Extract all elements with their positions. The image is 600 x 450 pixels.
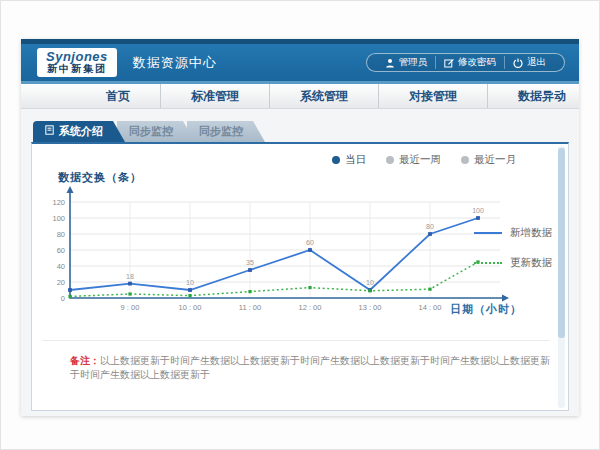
radio-icon: [461, 156, 469, 164]
nav-item-system-mgmt[interactable]: 系统管理: [269, 84, 378, 108]
tab-label: 同步监控: [199, 121, 243, 142]
svg-text:60: 60: [306, 239, 314, 246]
user-menu: 管理员 修改密码 退出: [366, 53, 566, 72]
legend-label: 新增数据: [510, 226, 552, 240]
svg-text:35: 35: [246, 259, 254, 266]
app-header: Synjones 新中新集团 数据资源中心 管理员 修改密码 退出: [21, 44, 579, 81]
logout-button[interactable]: 退出: [504, 56, 554, 69]
tab-label: 同步监控: [129, 121, 173, 142]
svg-text:12 : 00: 12 : 00: [299, 303, 322, 312]
tab-bar: 系统介绍 同步监控 同步监控: [33, 121, 569, 142]
x-axis-title: 日期（小时）: [450, 302, 522, 317]
svg-text:14 : 00: 14 : 00: [419, 303, 442, 312]
svg-text:13 : 00: 13 : 00: [359, 303, 382, 312]
edit-icon: [444, 58, 454, 68]
app-window: Synjones 新中新集团 数据资源中心 管理员 修改密码 退出: [21, 39, 579, 416]
svg-text:10: 10: [366, 279, 374, 286]
user-icon: [385, 58, 395, 68]
company-logo: Synjones 新中新集团: [37, 48, 117, 77]
svg-text:80: 80: [57, 230, 65, 239]
radio-icon: [386, 156, 394, 164]
svg-text:120: 120: [52, 198, 65, 207]
range-option-last-week[interactable]: 最近一周: [386, 153, 441, 167]
range-label: 最近一月: [474, 153, 516, 167]
range-option-today[interactable]: 当日: [332, 153, 366, 167]
svg-text:60: 60: [57, 246, 65, 255]
legend-label: 更新数据: [510, 256, 552, 270]
nav-item-data-change[interactable]: 数据异动: [487, 84, 596, 108]
footer-note: 备注：以上数据更新于时间产生数据以上数据更新于时间产生数据以上数据更新于时间产生…: [42, 340, 550, 382]
svg-text:9 : 00: 9 : 00: [121, 303, 140, 312]
main-nav: 首页 标准管理 系统管理 对接管理 数据异动: [21, 84, 579, 109]
series-legend: 新增数据 更新数据: [474, 226, 552, 270]
svg-text:100: 100: [472, 207, 484, 214]
svg-text:11 : 00: 11 : 00: [239, 303, 261, 312]
admin-user-button[interactable]: 管理员: [377, 56, 436, 69]
tab-system-intro[interactable]: 系统介绍: [33, 121, 125, 142]
time-range-selector: 当日 最近一周 最近一月: [332, 153, 516, 167]
panel-scrollbar: [558, 146, 565, 408]
note-prefix: 备注：: [70, 355, 100, 366]
range-label: 最近一周: [399, 153, 441, 167]
user-menu-label: 退出: [527, 56, 546, 69]
logo-company-text: 新中新集团: [46, 64, 108, 75]
exchange-line-chart: 0204060801001209 : 0010 : 0011 : 0012 : …: [52, 186, 522, 321]
logo-brand-text: Synjones: [46, 50, 108, 64]
page-title: 数据资源中心: [133, 54, 217, 72]
nav-item-interface-mgmt[interactable]: 对接管理: [378, 84, 487, 108]
change-password-button[interactable]: 修改密码: [435, 56, 504, 69]
nav-item-standard-mgmt[interactable]: 标准管理: [160, 84, 269, 108]
document-icon: [45, 121, 54, 142]
radio-icon: [332, 156, 340, 164]
svg-text:10 : 00: 10 : 00: [179, 303, 202, 312]
chart-panel: 当日 最近一周 最近一月 数据交换（条） 0204060801001209 : …: [31, 142, 569, 411]
svg-text:10: 10: [186, 279, 194, 286]
svg-text:0: 0: [61, 294, 65, 303]
svg-text:100: 100: [52, 214, 65, 223]
range-option-last-month[interactable]: 最近一月: [461, 153, 516, 167]
content-area: 系统介绍 同步监控 同步监控 当日 最近一周: [21, 109, 579, 416]
svg-text:80: 80: [426, 223, 434, 230]
svg-text:20: 20: [57, 278, 65, 287]
blue-line-icon: [474, 232, 502, 234]
range-label: 当日: [345, 153, 366, 167]
green-dotted-line-icon: [474, 262, 502, 264]
tab-sync-monitor-1[interactable]: 同步监控: [117, 121, 195, 142]
user-menu-label: 管理员: [399, 56, 428, 69]
power-icon: [513, 58, 523, 68]
legend-entry-updated-data[interactable]: 更新数据: [474, 256, 552, 270]
svg-text:18: 18: [126, 273, 134, 280]
scrollbar-thumb[interactable]: [558, 148, 565, 338]
tab-label: 系统介绍: [59, 121, 103, 142]
tab-sync-monitor-2[interactable]: 同步监控: [187, 121, 265, 142]
y-axis-title: 数据交换（条）: [58, 170, 142, 185]
user-menu-label: 修改密码: [458, 56, 496, 69]
svg-text:40: 40: [57, 262, 65, 271]
nav-item-home[interactable]: 首页: [76, 84, 160, 108]
legend-entry-new-data[interactable]: 新增数据: [474, 226, 552, 240]
note-text: 以上数据更新于时间产生数据以上数据更新于时间产生数据以上数据更新于时间产生数据以…: [70, 355, 550, 380]
